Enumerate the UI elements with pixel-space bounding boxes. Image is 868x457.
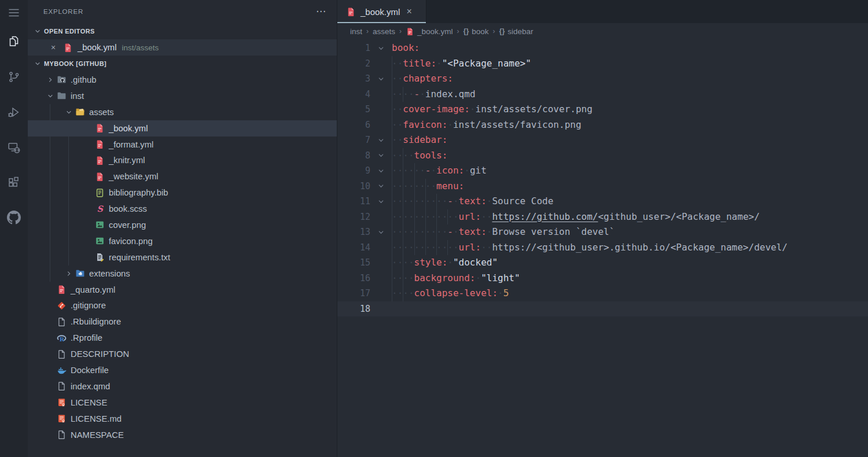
tree-item-label: book.scss [109, 204, 147, 213]
tree-item-description[interactable]: DESCRIPTION [28, 346, 337, 362]
chevron-down-icon[interactable] [31, 27, 44, 35]
tree-item-dockerfile[interactable]: Dockerfile [28, 362, 337, 378]
tree-item-license-md[interactable]: LICENSE.md [28, 411, 337, 427]
close-icon[interactable]: × [49, 43, 58, 52]
tree-item--rbuildignore[interactable]: .Rbuildignore [28, 314, 337, 330]
more-actions-icon[interactable]: ⋯ [316, 9, 326, 14]
workspace-header[interactable]: MYBOOK [GITHUB] [28, 56, 337, 72]
fold-chevron-icon[interactable] [370, 71, 392, 87]
code-line-content[interactable]: ········menu: [392, 179, 868, 194]
tab-book-yml[interactable]: _book.yml × [337, 0, 426, 23]
breadcrumb-item-inst[interactable]: inst [350, 27, 362, 36]
code-line-content[interactable]: ··chapters: [392, 71, 868, 87]
remote-icon[interactable] [0, 135, 28, 160]
fold-chevron-icon[interactable] [370, 194, 392, 209]
tree-item--book-yml[interactable]: _book.yml [28, 120, 337, 137]
tree-item-extensions[interactable]: extensions [28, 266, 337, 282]
breadcrumb-item--book-yml[interactable]: _book.yml [406, 27, 453, 36]
tree-item--quarto-yml[interactable]: _quarto.yml [28, 282, 337, 298]
indent-guide: ·· [403, 224, 414, 240]
tree-item-namespace[interactable]: NAMESPACE [28, 427, 337, 443]
tree-item-license[interactable]: LICENSE [28, 395, 337, 411]
indent-guide: ·· [403, 255, 414, 271]
code-line-content[interactable]: ··········-·text:·Source Code [392, 194, 868, 209]
fold-chevron-icon[interactable] [370, 132, 392, 148]
menu-icon[interactable] [0, 0, 28, 25]
whitespace-dot: · [498, 288, 503, 298]
breadcrumb-item-sidebar[interactable]: {}sidebar [499, 27, 534, 36]
github-icon[interactable] [0, 205, 28, 230]
folder-github-icon [57, 75, 67, 84]
code-line-content[interactable]: ············url:··https://github.com/<gi… [392, 209, 868, 225]
open-editor-item[interactable]: × _book.yml inst/assets [28, 39, 337, 56]
fold-chevron-icon[interactable] [370, 224, 392, 240]
bib-icon [95, 188, 105, 198]
code-line-content[interactable]: ····tools: [392, 148, 868, 164]
code-line-content[interactable]: ····background:·"light" [392, 271, 868, 286]
breadcrumb-item-book[interactable]: {}book [464, 27, 489, 36]
tree-item-label: LICENSE [71, 398, 107, 407]
tree-item-bibliography-bib[interactable]: bibliography.bib [28, 185, 337, 201]
code-line-content[interactable]: book: [392, 40, 868, 56]
explorer-icon[interactable] [0, 28, 28, 54]
breadcrumb-separator: › [366, 27, 369, 35]
tree-item--rprofile[interactable]: R.Rprofile [28, 330, 337, 346]
code-line-content[interactable]: ··sidebar: [392, 132, 868, 148]
tree-item-book-scss[interactable]: Sbook.scss [28, 201, 337, 217]
tree-item-inst[interactable]: inst [28, 88, 337, 104]
indent-guide: ·· [392, 148, 403, 164]
fold-chevron-icon[interactable] [370, 163, 392, 179]
tree-item--gitignore[interactable]: .gitignore [28, 297, 337, 314]
tree-item--github[interactable]: .github [28, 72, 337, 88]
code-line-content[interactable]: ··cover-image:·inst/assets/cover.png [392, 102, 868, 117]
code-line-content[interactable]: ····-·index.qmd [392, 87, 868, 102]
url-link[interactable]: https://github.com/ [492, 211, 598, 222]
fold-chevron-icon[interactable] [370, 40, 392, 56]
editor-group: _book.yml × inst›assets›_book.yml›{}book… [337, 0, 868, 457]
tree-item--website-yml[interactable]: _website.yml [28, 168, 337, 185]
code-editor[interactable]: 1book:2··title:·"<Package_name>"3··chapt… [337, 39, 868, 457]
tree-item-cover-png[interactable]: cover.png [28, 217, 337, 233]
code-line-content[interactable] [392, 301, 868, 317]
code-line-content[interactable]: ······-·icon:·git [392, 163, 868, 179]
breadcrumb-label: sidebar [507, 27, 533, 36]
tab-label: _book.yml [361, 7, 400, 17]
git-icon [57, 301, 67, 311]
line-number: 1 [337, 40, 370, 56]
close-icon[interactable]: × [406, 6, 411, 17]
code-token-str: "docked" [453, 257, 498, 268]
run-debug-icon[interactable] [0, 99, 28, 125]
yaml-icon [406, 27, 414, 36]
tree-item-assets[interactable]: assets [28, 104, 337, 120]
chevron-down-icon[interactable] [31, 60, 44, 68]
extensions-icon[interactable] [0, 169, 28, 195]
source-control-icon[interactable] [0, 64, 28, 90]
breadcrumb-item-assets[interactable]: assets [373, 27, 395, 36]
code-line-content[interactable]: ··favicon:·inst/assets/favicon.png [392, 117, 868, 133]
line-number: 16 [337, 271, 370, 286]
indent-guide: ·· [403, 271, 414, 286]
tree-item-index-qmd[interactable]: index.qmd [28, 378, 337, 395]
chevron-down-icon[interactable] [62, 108, 75, 116]
fold-chevron-icon[interactable] [370, 179, 392, 194]
open-editors-header[interactable]: OPEN EDITORS [28, 23, 337, 39]
code-line-content[interactable]: ··········-·text:·Browse version `devel` [392, 224, 868, 240]
code-token-key: book: [392, 42, 420, 53]
tree-item-requirements-txt[interactable]: requirements.txt [28, 249, 337, 266]
chevron-right-icon[interactable] [44, 76, 57, 84]
folder-extensions-icon [75, 268, 85, 278]
whitespace-dot: ·· [481, 211, 492, 222]
fold-gutter [370, 209, 392, 225]
tree-item--format-yml[interactable]: _format.yml [28, 137, 337, 153]
fold-chevron-icon[interactable] [370, 148, 392, 164]
code-line-content[interactable]: ··title:·"<Package_name>" [392, 56, 868, 72]
code-line-content[interactable]: ············url:··https://<github_user>.… [392, 240, 868, 256]
tree-item-favicon-png[interactable]: favicon.png [28, 233, 337, 249]
indent-guide: ·· [447, 209, 458, 225]
chevron-right-icon[interactable] [62, 270, 75, 278]
tree-item--knitr-yml[interactable]: _knitr.yml [28, 152, 337, 168]
whitespace-dot: · [420, 89, 425, 99]
chevron-down-icon[interactable] [44, 92, 57, 100]
code-line-content[interactable]: ····collapse-level:·5 [392, 286, 868, 301]
code-line-content[interactable]: ····style:·"docked" [392, 255, 868, 271]
